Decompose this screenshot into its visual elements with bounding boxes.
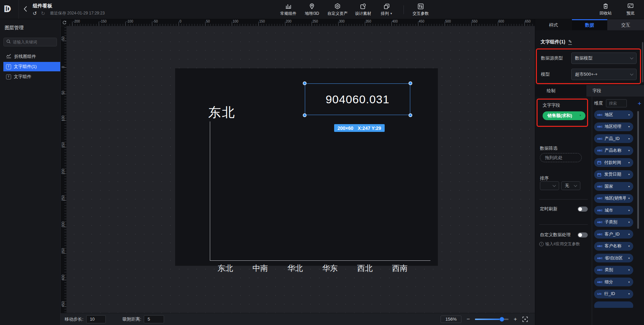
selected-text-component[interactable]: 904060.031 [305, 83, 410, 115]
layer-item[interactable]: T 文字组件(1) [3, 62, 60, 71]
field-pill[interactable]: 付款时间 ▼ [594, 158, 633, 167]
resize-handle-sw[interactable] [303, 113, 307, 117]
ruler-tick-label: 100 [61, 115, 65, 121]
resize-handle-se[interactable] [409, 113, 412, 117]
tab-fields[interactable]: 字段 [586, 85, 644, 97]
field-pill[interactable] [594, 301, 633, 308]
zoom-slider[interactable] [475, 319, 509, 320]
ruler-tick-label: 550 [472, 20, 478, 23]
field-pill[interactable]: ABC 子类别 ▼ [594, 218, 633, 227]
panel-tab[interactable]: 交互 [607, 19, 644, 30]
panel-scrollbar[interactable] [642, 42, 643, 82]
add-field-icon[interactable]: + [638, 100, 641, 107]
zoom-slider-thumb[interactable] [500, 317, 504, 322]
text-type-icon: ABC [597, 257, 603, 259]
snap-distance-input[interactable] [144, 315, 164, 323]
field-pill[interactable]: ABC 国家 ▼ [594, 182, 633, 191]
map-pin-icon [309, 3, 315, 10]
custom-data-toggle[interactable] [578, 232, 588, 238]
toolbar-item[interactable]: 常规组件 [280, 3, 296, 16]
preview-icon [627, 3, 634, 9]
field-pill[interactable]: ABC 客户_ID ▼ [594, 230, 633, 239]
layer-search-input[interactable]: 请输入关键词 [3, 38, 57, 46]
vertical-ruler: -50050100150200250300350400450 [61, 26, 67, 313]
sort-label: 排序 [540, 175, 549, 181]
field-pill[interactable]: ABC 地区 ▼ [594, 110, 633, 119]
layer-item-label: 折线图组件 [14, 53, 36, 60]
ruler-tick-label: 600 [498, 20, 504, 23]
field-name: 省/自治区 [605, 255, 626, 261]
auto-refresh-toggle[interactable] [578, 207, 588, 212]
ruler-tick-label: 200 [61, 169, 65, 174]
toolbar-item[interactable]: 预览 [622, 3, 639, 16]
zoom-in-button[interactable]: + [514, 316, 517, 322]
ruler-tick-label: 400 [61, 275, 65, 281]
field-name: 地区 [605, 112, 626, 118]
panel-tab[interactable]: 样式 [535, 19, 572, 30]
ruler-reset-icon[interactable] [61, 19, 68, 26]
resize-handle-ne[interactable] [409, 81, 412, 85]
toolbar-item-label: 回收站 [600, 10, 612, 16]
layer-item[interactable]: T 文字组件 [0, 72, 60, 81]
redo-icon[interactable]: ↻ [41, 11, 45, 16]
field-pill[interactable]: ABC 产品名称 ▼ [594, 146, 633, 155]
zoom-level[interactable]: 156% [441, 316, 461, 323]
back-button[interactable] [24, 6, 27, 13]
toolbar-item[interactable]: 设计素材 [355, 3, 371, 16]
field-pill[interactable]: 发货日期 ▼ [594, 170, 633, 179]
ruler-tick-label: 350 [365, 20, 371, 23]
back-chevron-icon [24, 6, 27, 13]
field-pill[interactable]: ABC 省/自治区 ▼ [594, 254, 633, 262]
toolbar-item[interactable]: 自定义资产 [327, 3, 348, 16]
field-pill[interactable]: ABC 地区(销售明... ▼ [594, 194, 633, 203]
move-step-input[interactable] [86, 315, 106, 323]
text-component[interactable]: 东北 [208, 104, 236, 121]
toolbar-item[interactable]: 地理/3D [304, 3, 320, 16]
layer-item-label: 文字组件(1) [14, 64, 37, 70]
field-name: 细分 [605, 279, 626, 285]
chevron-down-icon [630, 56, 634, 59]
chart-y-axis [210, 121, 210, 260]
toolbar-item[interactable]: 交互参数 [413, 3, 429, 16]
fields-scrollbar[interactable] [637, 111, 639, 229]
field-name: 行_ID [604, 291, 626, 297]
text-type-icon: ABC [597, 221, 603, 223]
panel-tab[interactable]: 数据 [572, 19, 608, 30]
field-search-input[interactable]: 搜索 [606, 99, 627, 107]
resize-handle-nw[interactable] [303, 81, 307, 85]
filter-drop-zone[interactable]: 拖到此处 [540, 153, 582, 162]
field-pill[interactable]: ABC 地区经理 ▼ [594, 122, 633, 131]
field-pill[interactable]: ABC 城市 ▼ [594, 206, 633, 215]
ruler-tick-label: 0 [180, 20, 182, 23]
field-pill[interactable]: ABC 类别 ▼ [594, 266, 633, 275]
undo-icon[interactable]: ↺ [33, 11, 37, 16]
ruler-tick-label: 50 [206, 20, 210, 23]
toolbar-item-label: 常规组件 [280, 11, 296, 16]
caret-down-icon: ▼ [628, 269, 630, 271]
zoom-out-button[interactable]: − [466, 316, 470, 322]
bar-chart-icon [285, 3, 292, 10]
tooltip-size: 200×60 [337, 125, 353, 131]
filter-label: 数据筛选 [540, 145, 557, 151]
tooltip-position: X:247 Y:29 [358, 125, 381, 131]
toolbar-item[interactable]: 排列▼ [379, 3, 395, 16]
field-pill[interactable]: ABC 产品_ID ▼ [594, 134, 633, 143]
field-pill[interactable]: ABC 客户名称 ▼ [594, 242, 633, 251]
tab-draw[interactable]: 绘制 [535, 85, 586, 97]
chart-x-axis [210, 260, 430, 261]
field-pill[interactable]: ABC 细分 ▼ [594, 278, 633, 286]
fit-screen-icon[interactable] [522, 316, 528, 322]
field-pill[interactable]: 123 行_ID ▼ [594, 290, 633, 298]
rename-icon[interactable]: ✎ [568, 39, 572, 44]
canvas-viewport: -200-150-100-500501001502002503003504004… [61, 19, 535, 325]
text-field-pill[interactable]: 销售额(求和) ▼ [543, 111, 585, 120]
sort-order-select[interactable]: 无 [561, 181, 580, 190]
app-logo[interactable]: D D [0, 0, 19, 19]
design-canvas[interactable]: 东北 东北中南华北华东西北西南 904060.031 200×60 [67, 26, 535, 313]
layer-item[interactable]: 折线图组件 [0, 52, 60, 61]
toolbar-item[interactable]: 回收站 [598, 3, 614, 16]
datasource-type-select[interactable]: 数据模型 [571, 52, 637, 64]
chart-x-label: 华东 [322, 263, 338, 274]
model-select[interactable]: 超市500+-+ [571, 69, 637, 80]
sort-field-select[interactable] [540, 181, 559, 190]
